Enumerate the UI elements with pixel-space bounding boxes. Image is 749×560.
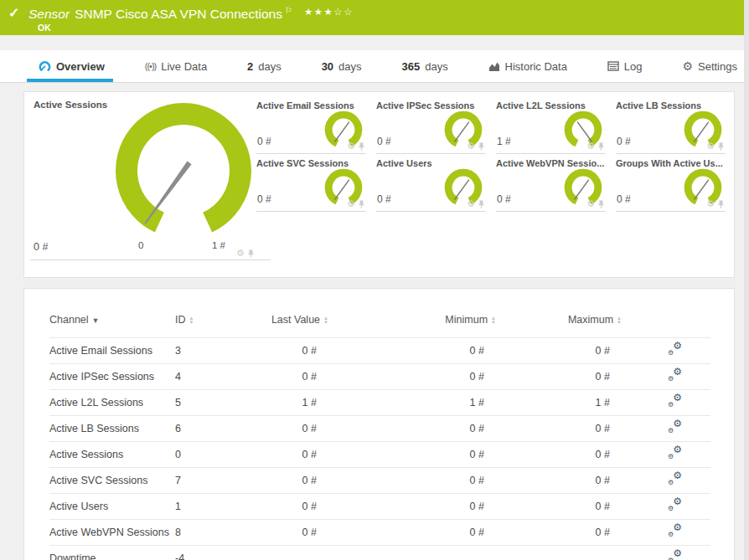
gauge-corner-icons: ⚙ bbox=[347, 199, 364, 208]
gauge-active-lb-sessions[interactable]: Active LB Sessions0 #⚙ bbox=[616, 100, 726, 154]
channel-last-value: 0 # bbox=[249, 442, 328, 468]
tab-label: Overview bbox=[56, 60, 105, 73]
gear-icon[interactable]: ⚙ bbox=[347, 141, 355, 151]
gauges-panel: Active Sessions 0 # 0 1 # ⚙ Active Email… bbox=[23, 91, 735, 278]
chart-icon bbox=[488, 61, 500, 72]
pin-icon[interactable] bbox=[359, 142, 364, 151]
gauge-value: 0 # bbox=[617, 193, 631, 205]
channel-row-downtime: Downtime-4⚙⚙ bbox=[49, 546, 710, 560]
channel-minimum: 1 # bbox=[328, 390, 496, 416]
pin-icon[interactable] bbox=[248, 249, 254, 258]
tab-2-days[interactable]: 2days bbox=[247, 50, 282, 82]
column-header-last-value[interactable]: Last Value▲▼ bbox=[249, 314, 328, 338]
rating-stars[interactable]: ★★★☆☆ bbox=[304, 7, 354, 17]
gauge-groups-with-active-us[interactable]: Groups With Active Us...0 #⚙ bbox=[616, 158, 726, 212]
channel-name[interactable]: Active L2L Sessions bbox=[49, 390, 175, 416]
channel-maximum: 0 # bbox=[496, 442, 622, 468]
gear-icon: ⚙ bbox=[682, 60, 693, 72]
main-gauge-title: Active Sessions bbox=[34, 100, 107, 110]
scrollbar[interactable] bbox=[744, 0, 749, 560]
channel-settings-icon[interactable]: ⚙⚙ bbox=[668, 551, 682, 560]
tab-30-days[interactable]: 30days bbox=[322, 50, 362, 82]
flag-icon[interactable]: ⚐ bbox=[285, 6, 292, 15]
pin-icon[interactable] bbox=[478, 142, 484, 151]
column-label: Last Value bbox=[271, 314, 320, 326]
star-filled-icon[interactable]: ★ bbox=[314, 7, 324, 17]
sensor-header: ✓ SensorSNMP Cisco ASA VPN Connections⚐★… bbox=[0, 0, 749, 35]
pin-icon[interactable] bbox=[718, 200, 724, 208]
gauge-active-svc-sessions[interactable]: Active SVC Sessions0 #⚙ bbox=[256, 158, 366, 212]
channel-settings-icon[interactable]: ⚙⚙ bbox=[668, 447, 682, 460]
gear-icon[interactable]: ⚙ bbox=[467, 141, 475, 151]
channel-row-active-sessions: Active Sessions00 #0 #0 #⚙⚙ bbox=[49, 442, 710, 468]
column-header-channel[interactable]: Channel▼ bbox=[49, 314, 175, 338]
tab-live-data[interactable]: ((•))Live Data bbox=[145, 50, 207, 82]
gauge-active-webvpn-sessio[interactable]: Active WebVPN Sessio...0 #⚙ bbox=[496, 158, 606, 212]
tab-historic-data[interactable]: Historic Data bbox=[488, 50, 567, 82]
gauge-active-l2l-sessions[interactable]: Active L2L Sessions1 #⚙ bbox=[496, 100, 606, 154]
star-empty-icon[interactable]: ☆ bbox=[344, 7, 354, 17]
channel-name[interactable]: Active IPSec Sessions bbox=[49, 364, 175, 390]
gear-icon[interactable]: ⚙ bbox=[347, 199, 355, 208]
gauge-corner-icons: ⚙ bbox=[347, 141, 364, 151]
channel-last-value: 1 # bbox=[249, 390, 328, 416]
star-filled-icon[interactable]: ★ bbox=[324, 7, 334, 17]
tab-365-days[interactable]: 365days bbox=[401, 50, 447, 82]
channel-minimum: 0 # bbox=[328, 494, 496, 520]
pin-icon[interactable] bbox=[718, 142, 724, 151]
channel-settings-icon[interactable]: ⚙⚙ bbox=[668, 343, 682, 356]
channels-panel: Channel▼ID▲▼Last Value▲▼Minimum▲▼Maximum… bbox=[23, 288, 735, 560]
star-filled-icon[interactable]: ★ bbox=[304, 7, 314, 17]
channel-settings-icon[interactable]: ⚙⚙ bbox=[668, 395, 682, 408]
channel-actions: ⚙⚙ bbox=[622, 468, 710, 494]
channel-name[interactable]: Active SVC Sessions bbox=[49, 468, 175, 494]
gauge-active-email-sessions[interactable]: Active Email Sessions0 #⚙ bbox=[256, 100, 366, 154]
column-header-minimum[interactable]: Minimum▲▼ bbox=[328, 314, 496, 338]
channel-row-active-l2l-sessions: Active L2L Sessions51 #1 #1 #⚙⚙ bbox=[49, 390, 710, 416]
channel-last-value: 0 # bbox=[249, 416, 328, 442]
channel-id: 0 bbox=[175, 442, 249, 468]
tab-overview[interactable]: Overview bbox=[39, 50, 105, 82]
gear-icon[interactable]: ⚙ bbox=[236, 249, 245, 258]
channel-name[interactable]: Active Sessions bbox=[49, 442, 175, 468]
gear-icon[interactable]: ⚙ bbox=[706, 199, 715, 208]
pin-icon[interactable] bbox=[598, 142, 604, 151]
gear-icon[interactable]: ⚙ bbox=[467, 199, 475, 208]
sensor-kind-label: Sensor bbox=[28, 7, 70, 21]
gauge-active-users[interactable]: Active Users0 #⚙ bbox=[376, 158, 486, 212]
channel-settings-icon[interactable]: ⚙⚙ bbox=[668, 369, 682, 382]
pin-icon[interactable] bbox=[598, 200, 604, 208]
channel-actions: ⚙⚙ bbox=[622, 494, 710, 520]
channel-settings-icon[interactable]: ⚙⚙ bbox=[668, 421, 682, 434]
channel-name[interactable]: Active Email Sessions bbox=[49, 338, 175, 364]
pin-icon[interactable] bbox=[478, 200, 484, 208]
channel-minimum: 0 # bbox=[328, 468, 496, 494]
tab-settings[interactable]: ⚙Settings bbox=[682, 50, 737, 82]
gear-icon[interactable]: ⚙ bbox=[586, 199, 595, 208]
channel-settings-icon[interactable]: ⚙⚙ bbox=[668, 499, 682, 511]
check-icon: ✓ bbox=[8, 5, 19, 21]
tab-label: Log bbox=[624, 60, 643, 73]
channel-name[interactable]: Downtime bbox=[49, 546, 175, 560]
channel-settings-icon[interactable]: ⚙⚙ bbox=[668, 473, 682, 486]
channel-minimum: 0 # bbox=[328, 442, 496, 468]
column-header-maximum[interactable]: Maximum▲▼ bbox=[496, 314, 622, 338]
tab-log[interactable]: Log bbox=[607, 50, 643, 82]
gear-icon[interactable]: ⚙ bbox=[586, 141, 595, 151]
gauge-active-ipsec-sessions[interactable]: Active IPSec Sessions0 #⚙ bbox=[376, 100, 486, 154]
channel-id: 5 bbox=[175, 390, 249, 416]
gauge-value: 1 # bbox=[497, 136, 511, 147]
channel-name[interactable]: Active LB Sessions bbox=[49, 416, 175, 442]
channel-settings-icon[interactable]: ⚙⚙ bbox=[668, 525, 682, 537]
channel-name[interactable]: Active WebVPN Sessions bbox=[49, 520, 175, 546]
column-header-id[interactable]: ID▲▼ bbox=[175, 314, 249, 338]
channel-id: 7 bbox=[175, 468, 249, 494]
main-gauge-scale-max: 1 # bbox=[212, 240, 225, 250]
pin-icon[interactable] bbox=[359, 200, 364, 208]
channel-maximum: 0 # bbox=[496, 338, 622, 364]
gear-icon[interactable]: ⚙ bbox=[706, 141, 715, 151]
star-empty-icon[interactable]: ☆ bbox=[333, 7, 344, 17]
channel-name[interactable]: Active Users bbox=[49, 494, 175, 520]
channel-id: 3 bbox=[175, 338, 249, 364]
channel-minimum: 0 # bbox=[328, 364, 496, 390]
